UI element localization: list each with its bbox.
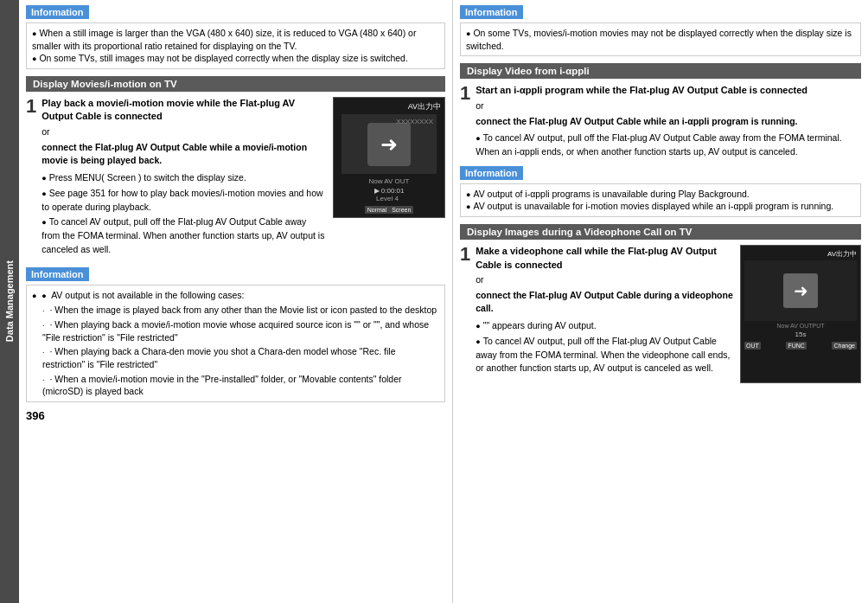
step1-bullets: Press MENU( Screen ) to switch the displ… — [41, 171, 326, 257]
info-right2-item-1: AV output is unavailable for i-motion mo… — [466, 200, 855, 213]
timer-left: ▶ 0:00:01 — [374, 187, 405, 195]
info-box-right-2: Information AV output of i-αppli program… — [460, 166, 861, 217]
section-header-videophone: Display Images during a Videophone Call … — [460, 224, 861, 240]
sidebar-label: Data Management — [4, 260, 15, 342]
btn-change: Change — [832, 342, 857, 350]
right-step2-number: 1 — [460, 245, 470, 377]
right-step1-bullet-0: To cancel AV output, pull off the Flat-p… — [475, 132, 861, 159]
xxxxxxxx-label: XXXXXXXX — [396, 118, 433, 125]
right-step2-title1: Make a videophone call while the Flat-pl… — [475, 245, 733, 272]
main-content: Information When a still image is larger… — [19, 0, 868, 603]
info-right2-item-0: AV output of i-αppli programs is unavail… — [466, 188, 855, 201]
av-label-right: AV出力中 — [744, 249, 857, 259]
info2-item-0: ● AV output is not available in the foll… — [32, 289, 439, 302]
info-box-right-1: Information On some TVs, movies/i-motion… — [460, 5, 861, 56]
info-item-1-1: On some TVs, still images may not be dis… — [32, 52, 439, 65]
info2-item-2: · When playing back a movie/i-motion mov… — [42, 318, 439, 343]
info-right-item-0: On some TVs, movies/i-motion movies may … — [466, 27, 855, 52]
right-step2-bullet-0: "" appears during AV output. — [475, 319, 733, 333]
page-number: 396 — [26, 409, 445, 422]
phone-arrow-left: ➜ — [367, 123, 411, 166]
right-step2: 1 Make a videophone call while the Flat-… — [460, 245, 733, 377]
step1-bullet-1: See page 351 for how to play back movies… — [41, 187, 326, 215]
info-label-2: Information — [26, 267, 89, 281]
ctrl-normal: Normal — [365, 206, 390, 214]
right-step1-or: or — [475, 99, 861, 113]
info2-item-4: · When a movie/i-motion movie in the "Pr… — [42, 373, 439, 398]
right-step1-content: Start an i-αppli program while the Flat-… — [475, 84, 861, 160]
step1-content: Play back a movie/i-motion movie while t… — [41, 97, 326, 259]
btn-func: FUNC — [786, 342, 806, 350]
step1-number: 1 — [26, 97, 36, 259]
info-content-right-1: On some TVs, movies/i-motion movies may … — [460, 22, 861, 56]
now-av-out-label: Now AV OUT — [337, 177, 441, 185]
right-step1-bullets: To cancel AV output, pull off the Flat-p… — [475, 132, 861, 159]
info-content-2: ● AV output is not available in the foll… — [26, 285, 445, 403]
sidebar: Data Management — [0, 0, 19, 603]
step1-container: AV出力中 XXXXXXXX ➜ Now AV OUT ▶ 0:00:01 Le… — [26, 97, 445, 264]
phone-controls-right: OUT FUNC Change — [744, 342, 857, 350]
right-column: Information On some TVs, movies/i-motion… — [453, 0, 868, 603]
av-label-left: AV出力中 — [337, 101, 441, 112]
step1: 1 Play back a movie/i-motion movie while… — [26, 97, 326, 259]
step1-title2: connect the Flat-plug AV Output Cable wh… — [41, 141, 326, 169]
info-content-1: When a still image is larger than the VG… — [26, 22, 445, 69]
step1-bullet-0: Press MENU( Screen ) to switch the displ… — [41, 171, 326, 185]
left-column: Information When a still image is larger… — [19, 0, 453, 603]
info-item-1-0: When a still image is larger than the VG… — [32, 27, 439, 52]
right-step1: 1 Start an i-αppli program while the Fla… — [460, 84, 861, 160]
section-header-video: Display Video from i-αppli — [460, 63, 861, 79]
section-header-movies: Display Movies/i-motion on TV — [26, 76, 445, 92]
right-step1-title1: Start an i-αppli program while the Flat-… — [475, 84, 861, 97]
ctrl-screen: Screen — [389, 206, 413, 214]
level-left: Level 4 — [376, 195, 402, 202]
info-box-1: Information When a still image is larger… — [26, 5, 445, 69]
info-label-right-2: Information — [460, 166, 523, 180]
btn-out: OUT — [744, 342, 761, 350]
info-label-right-1: Information — [460, 5, 523, 19]
right-step2-title2: connect the Flat-plug AV Output Cable du… — [475, 289, 733, 317]
phone-controls-left: Normal Screen — [365, 206, 414, 214]
right-step1-number: 1 — [460, 84, 470, 160]
phone-image-left: AV出力中 XXXXXXXX ➜ Now AV OUT ▶ 0:00:01 Le… — [333, 97, 445, 218]
right-step2-bullet-1: To cancel AV output, pull off the Flat-p… — [475, 335, 733, 375]
timer-row-right: 15s — [744, 330, 857, 338]
right-step1-title2: connect the Flat-plug AV Output Cable wh… — [475, 115, 861, 129]
phone-screen-left: XXXXXXXX ➜ — [341, 114, 437, 174]
step1-bullet-2: To cancel AV output, pull off the Flat-p… — [41, 215, 326, 256]
right-step2-container: AV出力中 ➜ Now AV OUTPUT 15s OUT FUNC Chang… — [460, 245, 861, 383]
step1-title1: Play back a movie/i-motion movie while t… — [41, 97, 326, 124]
info-label-1: Information — [26, 5, 89, 19]
now-av-output-label: Now AV OUTPUT — [744, 323, 857, 329]
step1-or: or — [41, 125, 326, 139]
info-content-right-2: AV output of i-αppli programs is unavail… — [460, 183, 861, 217]
right-step2-or: or — [475, 273, 733, 287]
right-step2-content: Make a videophone call while the Flat-pl… — [475, 245, 733, 377]
info2-item-3: · When playing back a Chara-den movie yo… — [42, 345, 439, 370]
info2-item-1: · When the image is played back from any… — [42, 304, 439, 317]
right-step2-bullets: "" appears during AV output. To cancel A… — [475, 319, 733, 375]
big-arrow-right: ➜ — [783, 273, 818, 308]
info-box-2: Information ● AV output is not available… — [26, 267, 445, 403]
screen-right: ➜ — [744, 260, 857, 321]
timer-right: 15s — [795, 330, 807, 338]
phone-image-right: AV出力中 ➜ Now AV OUTPUT 15s OUT FUNC Chang… — [740, 245, 861, 383]
